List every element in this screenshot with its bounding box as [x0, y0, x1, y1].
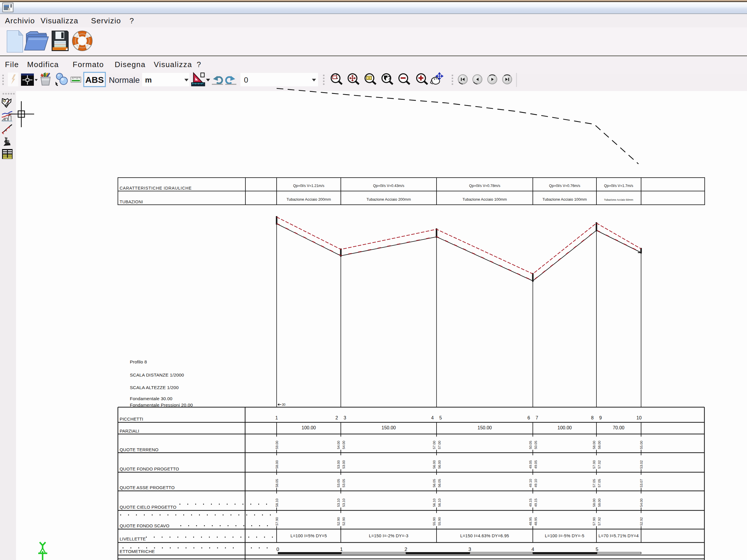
svg-text:6: 6	[527, 415, 530, 420]
svg-text:49.05: 49.05	[529, 460, 532, 469]
svg-text:3: 3	[344, 415, 346, 420]
svg-text:56.00: 56.00	[433, 460, 436, 469]
svg-text:QUOTE CIELO PROGETTO: QUOTE CIELO PROGETTO	[120, 505, 177, 510]
svg-text:56.10: 56.10	[438, 499, 441, 507]
svg-text:53.05: 53.05	[337, 479, 340, 487]
svg-text:58.05: 58.05	[275, 479, 279, 487]
svg-text:L=100 I=5% DY=5: L=100 I=5% DY=5	[291, 533, 327, 538]
svg-text:QUOTE ASSE PROGETTO: QUOTE ASSE PROGETTO	[120, 485, 175, 490]
svg-text:53.07: 53.07	[640, 479, 643, 487]
svg-text:53.00: 53.00	[337, 460, 340, 469]
svg-text:53.10: 53.10	[337, 499, 340, 507]
svg-text:56.05: 56.05	[438, 479, 441, 487]
svg-text:52.90: 52.90	[342, 517, 345, 526]
svg-text:57.05: 57.05	[598, 479, 601, 487]
svg-text:100.00: 100.00	[302, 425, 316, 430]
svg-text:57.02: 57.02	[598, 460, 601, 469]
svg-text:55.90: 55.90	[433, 517, 436, 526]
svg-text:L=100 I=-5% DY=-5: L=100 I=-5% DY=-5	[545, 533, 584, 538]
svg-text:57.00: 57.00	[592, 460, 596, 469]
svg-text:53.00: 53.00	[342, 460, 345, 469]
svg-text:54.00: 54.00	[342, 441, 345, 449]
svg-text:Tubazione Acciaio 50mm: Tubazione Acciaio 50mm	[604, 198, 633, 201]
svg-text:Tubazione Acciaio 100mm: Tubazione Acciaio 100mm	[542, 197, 587, 202]
svg-text:Tubazione Acciaio 200mm: Tubazione Acciaio 200mm	[287, 197, 331, 202]
svg-text:Qp=0l/s V=0.78m/s: Qp=0l/s V=0.78m/s	[469, 184, 500, 188]
svg-text:57.00: 57.00	[433, 441, 436, 449]
svg-text:57.90: 57.90	[592, 517, 596, 526]
svg-text:QUOTE FONDO SCAVO: QUOTE FONDO SCAVO	[120, 523, 170, 528]
svg-text:52.92: 52.92	[640, 517, 643, 526]
svg-text:4: 4	[531, 546, 534, 552]
svg-text:70.00: 70.00	[613, 425, 624, 430]
svg-text:L=70 I=5.71% DY=4: L=70 I=5.71% DY=4	[598, 533, 639, 538]
svg-text:1: 1	[340, 546, 342, 552]
svg-text:57.00: 57.00	[438, 441, 441, 449]
svg-text:49.10: 49.10	[534, 479, 538, 487]
svg-text:SCALA DISTANZE 1/2000: SCALA DISTANZE 1/2000	[130, 372, 184, 377]
svg-text:5: 5	[596, 546, 598, 552]
svg-text:10: 10	[637, 415, 642, 420]
svg-text:56.00: 56.00	[438, 460, 441, 469]
svg-text:PARZIALI: PARZIALI	[120, 428, 139, 433]
svg-text:QUOTE TERRENO: QUOTE TERRENO	[120, 447, 158, 452]
svg-text:L=150 I=-2% DY=-3: L=150 I=-2% DY=-3	[369, 533, 408, 538]
svg-text:SCALA ALTEZZE 1/200: SCALA ALTEZZE 1/200	[130, 385, 179, 390]
svg-text:ETTOMETRICHE: ETTOMETRICHE	[120, 549, 155, 554]
svg-text:55.00: 55.00	[640, 441, 643, 449]
svg-text:2: 2	[405, 546, 407, 552]
svg-text:53.02: 53.02	[640, 460, 643, 469]
svg-text:3: 3	[468, 546, 471, 552]
svg-text:54.00: 54.00	[640, 499, 643, 507]
svg-text:50.05: 50.05	[534, 441, 538, 449]
svg-text:1: 1	[276, 415, 278, 420]
svg-text:Profilo 8: Profilo 8	[130, 359, 147, 364]
svg-text:50.05: 50.05	[529, 441, 532, 449]
svg-text:9: 9	[599, 415, 602, 420]
svg-text:49.10: 49.10	[529, 479, 532, 487]
svg-text:57.90: 57.90	[275, 517, 279, 526]
svg-text:49.15: 49.15	[529, 499, 532, 507]
svg-text:PICCHETTI: PICCHETTI	[120, 417, 143, 422]
svg-text:52.90: 52.90	[337, 517, 340, 526]
svg-text:CARATTERISTICHE IDRAULICHE: CARATTERISTICHE IDRAULICHE	[120, 186, 192, 190]
svg-text:58.10: 58.10	[275, 499, 279, 507]
svg-text:4: 4	[431, 415, 434, 420]
svg-text:53.05: 53.05	[342, 479, 345, 487]
svg-text:0: 0	[276, 546, 279, 552]
svg-text:L=150 I=4.63% DY=6.95: L=150 I=4.63% DY=6.95	[460, 533, 509, 538]
svg-text:58.00: 58.00	[598, 499, 601, 507]
svg-text:55.90: 55.90	[438, 517, 441, 526]
svg-text:Fondamentale Pressioni 20.00: Fondamentale Pressioni 20.00	[130, 402, 193, 407]
svg-text:2: 2	[336, 415, 338, 420]
svg-text:54.00: 54.00	[337, 441, 340, 449]
svg-text:48.95: 48.95	[529, 517, 532, 526]
svg-text:49.05: 49.05	[534, 460, 538, 469]
svg-text:LIVELLETTE: LIVELLETTE	[120, 536, 146, 541]
svg-text:150.00: 150.00	[382, 425, 396, 430]
svg-text:49.15: 49.15	[534, 499, 538, 507]
svg-text:58.00: 58.00	[592, 441, 596, 449]
svg-text:TUBAZIONI: TUBAZIONI	[120, 199, 143, 204]
svg-text:7: 7	[536, 415, 538, 420]
svg-text:59.00: 59.00	[275, 441, 279, 449]
svg-text:58.00: 58.00	[275, 460, 279, 469]
svg-text:58.00: 58.00	[592, 499, 596, 507]
svg-text:48.95: 48.95	[534, 517, 538, 526]
svg-text:56.10: 56.10	[433, 499, 436, 507]
svg-text:150.00: 150.00	[478, 425, 492, 430]
svg-text:Tubazione Acciaio 100mm: Tubazione Acciaio 100mm	[463, 197, 507, 202]
svg-text:100.00: 100.00	[558, 425, 572, 430]
svg-text:53.10: 53.10	[342, 499, 345, 507]
svg-text:Fondamentale 30.00: Fondamentale 30.00	[130, 396, 173, 401]
svg-text:Qp=0l/s V=1.7m/s: Qp=0l/s V=1.7m/s	[604, 184, 633, 188]
svg-text:58.00: 58.00	[598, 441, 601, 449]
svg-text:57.92: 57.92	[598, 517, 601, 526]
svg-text:56.05: 56.05	[433, 479, 436, 487]
svg-text:QUOTE FONDO PROGETTO: QUOTE FONDO PROGETTO	[120, 466, 179, 471]
svg-text:5: 5	[439, 415, 442, 420]
svg-text:Tubazione Acciaio 200mm: Tubazione Acciaio 200mm	[366, 197, 411, 202]
svg-text:8: 8	[591, 415, 594, 420]
svg-text:Qp=0l/s V=0.76m/s: Qp=0l/s V=0.76m/s	[549, 184, 580, 188]
svg-text:57.05: 57.05	[592, 479, 596, 487]
